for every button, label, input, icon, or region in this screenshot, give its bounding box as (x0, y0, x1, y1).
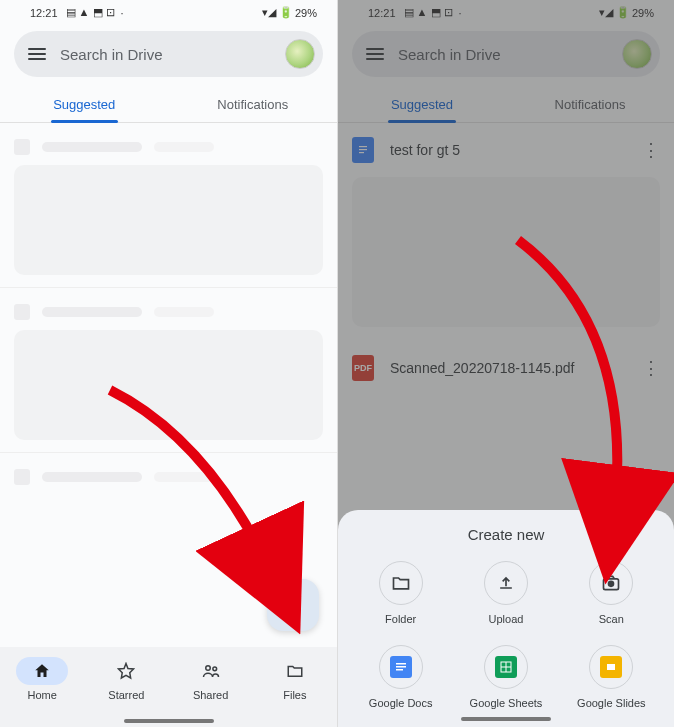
search-placeholder: Search in Drive (60, 46, 271, 63)
svg-point-0 (205, 666, 210, 671)
option-google-docs[interactable]: Google Docs (348, 645, 453, 709)
nav-starred[interactable]: Starred (100, 657, 152, 701)
svg-rect-10 (396, 669, 403, 671)
placeholder-card (0, 453, 337, 507)
option-google-slides[interactable]: Google Slides (559, 645, 664, 709)
svg-point-7 (609, 581, 614, 586)
status-bar: 12:21 ▤ ▲ ⬒ ⊡ ▾◢ 🔋29% (0, 0, 337, 21)
placeholder-card (0, 123, 337, 288)
tab-suggested[interactable]: Suggested (0, 85, 169, 122)
tab-notifications[interactable]: Notifications (169, 85, 338, 122)
svg-rect-8 (396, 663, 406, 665)
option-folder[interactable]: Folder (348, 561, 453, 625)
svg-point-1 (213, 667, 217, 671)
status-battery: 29% (295, 7, 317, 19)
bottom-nav: Home Starred Shared Files (0, 647, 337, 727)
avatar[interactable] (285, 39, 315, 69)
nav-home[interactable]: Home (16, 657, 68, 701)
svg-rect-9 (396, 666, 406, 668)
create-new-sheet: Create new Folder Upload Scan Google Doc… (338, 510, 674, 727)
status-time: 12:21 (30, 7, 58, 19)
menu-icon[interactable] (28, 48, 46, 60)
phone-left: 12:21 ▤ ▲ ⬒ ⊡ ▾◢ 🔋29% Search in Drive Su… (0, 0, 337, 727)
option-upload[interactable]: Upload (453, 561, 558, 625)
gesture-handle (124, 719, 214, 723)
fab-new[interactable]: + (267, 579, 319, 631)
sheet-title: Create new (348, 526, 664, 543)
gesture-handle (461, 717, 551, 721)
option-google-sheets[interactable]: Google Sheets (453, 645, 558, 709)
placeholder-card (0, 288, 337, 453)
option-scan[interactable]: Scan (559, 561, 664, 625)
phone-right: 12:21 ▤ ▲ ⬒ ⊡ ▾◢ 🔋29% Search in Drive Su… (337, 0, 674, 727)
search-bar[interactable]: Search in Drive (14, 31, 323, 77)
nav-files[interactable]: Files (269, 657, 321, 701)
tabs: Suggested Notifications (0, 85, 337, 123)
svg-rect-14 (607, 664, 615, 670)
nav-shared[interactable]: Shared (185, 657, 237, 701)
